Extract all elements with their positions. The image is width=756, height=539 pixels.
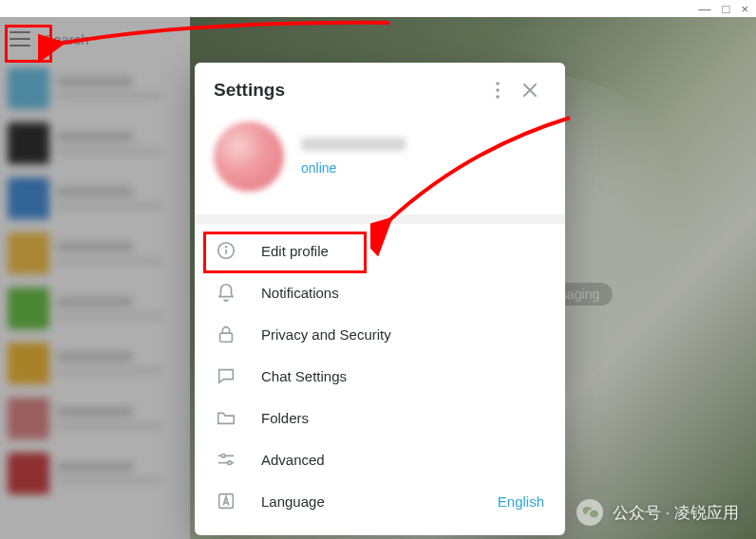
menu-privacy[interactable]: Privacy and Security <box>195 313 565 355</box>
lock-icon <box>216 324 236 344</box>
menu-label: Folders <box>261 410 309 426</box>
menu-notifications[interactable]: Notifications <box>195 271 565 313</box>
info-icon <box>216 240 236 261</box>
profile-section: online <box>195 118 565 214</box>
menu-label: Chat Settings <box>261 368 347 384</box>
menu-folders[interactable]: Folders <box>195 397 565 438</box>
language-value: English <box>498 493 544 510</box>
window-close[interactable]: × <box>741 3 748 15</box>
more-options-icon[interactable] <box>482 74 514 106</box>
watermark: 公众号 · 凌锐应用 <box>576 499 739 526</box>
menu-chat-settings[interactable]: Chat Settings <box>195 355 565 397</box>
window-maximize[interactable]: □ <box>723 3 730 15</box>
status-label: online <box>301 160 406 176</box>
settings-title: Settings <box>214 80 482 101</box>
menu-language[interactable]: Language English <box>195 480 565 522</box>
svg-point-10 <box>228 461 232 465</box>
menu-label: Advanced <box>261 452 325 468</box>
avatar[interactable] <box>214 121 284 192</box>
svg-point-0 <box>496 82 500 85</box>
wechat-icon <box>576 499 603 526</box>
window-titlebar: — □ × <box>0 0 756 17</box>
language-icon <box>216 491 236 511</box>
bell-icon <box>216 282 236 303</box>
svg-rect-6 <box>220 333 233 342</box>
svg-point-1 <box>496 88 500 92</box>
menu-label: Notifications <box>261 285 339 301</box>
watermark-text: 公众号 · 凌锐应用 <box>613 502 739 524</box>
settings-menu: Edit profile Notifications Privacy and S… <box>195 224 565 528</box>
svg-point-2 <box>496 95 500 99</box>
folder-icon <box>216 407 236 428</box>
close-icon[interactable] <box>514 74 546 106</box>
svg-point-5 <box>226 247 227 248</box>
sliders-icon <box>216 449 236 470</box>
chat-icon <box>216 365 236 386</box>
profile-name <box>301 138 406 151</box>
menu-advanced[interactable]: Advanced <box>195 438 565 480</box>
window-minimize[interactable]: — <box>699 3 711 15</box>
svg-point-8 <box>221 455 225 458</box>
menu-label: Edit profile <box>261 243 329 259</box>
menu-edit-profile[interactable]: Edit profile <box>195 230 565 271</box>
settings-modal: Settings online Edit profile <box>195 63 565 535</box>
menu-label: Privacy and Security <box>261 326 391 343</box>
menu-label: Language <box>261 493 325 510</box>
